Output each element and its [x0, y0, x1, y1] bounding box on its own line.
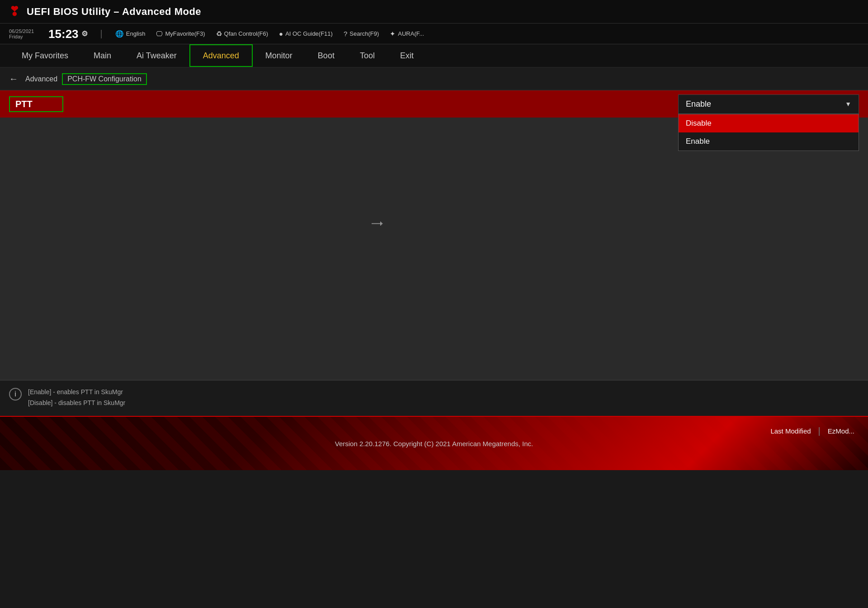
info-icon: i	[9, 388, 22, 401]
nav-monitor[interactable]: Monitor	[253, 44, 305, 67]
nav-ai-tweaker[interactable]: Ai Tweaker	[124, 44, 189, 67]
dropdown-arrow-icon: ▼	[845, 100, 851, 108]
footer-right: Last Modified | EzMod...	[770, 426, 854, 436]
status-bar: 06/25/2021 Friday 15:23 ⚙ | 🌐 English 🖵 …	[0, 24, 868, 44]
header-bar: ❣ UEFI BIOS Utility – Advanced Mode	[0, 0, 868, 24]
ptt-dropdown-options: Disable Enable	[678, 114, 859, 151]
status-english[interactable]: 🌐 English	[115, 30, 146, 38]
footer-version: Version 2.20.1276. Copyright (C) 2021 Am…	[14, 440, 854, 448]
content-area: ⭢	[0, 118, 868, 380]
nav-bar: My Favorites Main Ai Tweaker Advanced Mo…	[0, 44, 868, 68]
info-text: [Enable] - enables PTT in SkuMgr [Disabl…	[28, 387, 125, 409]
status-qfan[interactable]: ♻ Qfan Control(F6)	[216, 30, 269, 38]
date-text: 06/25/2021 Friday	[9, 28, 34, 39]
fan-icon: ♻	[216, 30, 222, 38]
ptt-setting-row: PTT Enable ▼ Disable Enable	[0, 90, 868, 118]
ptt-dropdown-selected[interactable]: Enable ▼	[678, 94, 859, 114]
status-aioc[interactable]: ● AI OC Guide(F11)	[279, 30, 333, 38]
search-icon: ?	[344, 30, 347, 38]
footer: Version 2.20.1276. Copyright (C) 2021 Am…	[0, 416, 868, 470]
globe-icon: 🌐	[115, 30, 124, 38]
divider: |	[100, 28, 103, 39]
rog-logo: ❣	[9, 4, 19, 19]
ai-icon: ●	[279, 30, 283, 38]
ptt-label: PTT	[9, 96, 63, 112]
ptt-option-enable[interactable]: Enable	[679, 132, 859, 151]
breadcrumb-current: PCH-FW Configuration	[62, 73, 147, 85]
nav-exit[interactable]: Exit	[387, 44, 426, 67]
nav-main[interactable]: Main	[81, 44, 124, 67]
cursor: ⭢	[371, 217, 383, 232]
myfavorite-icon: 🖵	[156, 30, 163, 38]
footer-separator: |	[818, 426, 821, 436]
nav-boot[interactable]: Boot	[305, 44, 347, 67]
last-modified-label[interactable]: Last Modified	[770, 427, 811, 435]
nav-my-favorites[interactable]: My Favorites	[9, 44, 81, 67]
aura-icon: ✦	[390, 30, 396, 38]
bios-title: UEFI BIOS Utility – Advanced Mode	[27, 6, 201, 18]
status-search[interactable]: ? Search(F9)	[344, 30, 379, 38]
time-display: 15:23 ⚙	[48, 28, 88, 40]
nav-advanced[interactable]: Advanced	[189, 44, 253, 67]
datetime-block: 06/25/2021 Friday	[9, 28, 34, 39]
settings-icon[interactable]: ⚙	[81, 30, 88, 38]
ez-mode-label[interactable]: EzMod...	[828, 427, 854, 435]
info-bar: i [Enable] - enables PTT in SkuMgr [Disa…	[0, 380, 868, 416]
main-content: PTT Enable ▼ Disable Enable ⭢	[0, 90, 868, 380]
back-button[interactable]: ←	[9, 74, 18, 84]
status-myfavorite[interactable]: 🖵 MyFavorite(F3)	[156, 30, 205, 38]
ptt-control[interactable]: Enable ▼ Disable Enable	[678, 94, 859, 114]
nav-tool[interactable]: Tool	[347, 44, 387, 67]
breadcrumb: ← Advanced PCH-FW Configuration	[0, 68, 868, 90]
breadcrumb-parent[interactable]: Advanced	[25, 75, 57, 83]
ptt-option-disable[interactable]: Disable	[679, 114, 859, 132]
ptt-selected-value: Enable	[686, 99, 711, 109]
status-aura[interactable]: ✦ AURA(F...	[390, 30, 424, 38]
